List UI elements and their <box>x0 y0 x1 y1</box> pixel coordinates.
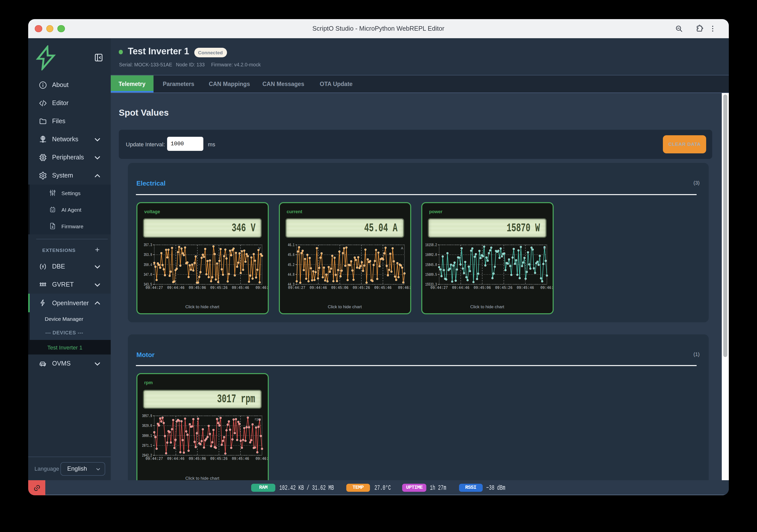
svg-text:15689.5: 15689.5 <box>425 272 437 277</box>
svg-text:09:44:46: 09:44:46 <box>452 285 469 290</box>
svg-text:09:44:46: 09:44:46 <box>167 456 184 461</box>
svg-text:2971.1: 2971.1 <box>142 443 152 448</box>
svg-text:347.0: 347.0 <box>143 272 152 277</box>
svg-text:09:44:27: 09:44:27 <box>145 285 163 290</box>
svg-text:09:45:46: 09:45:46 <box>374 285 391 290</box>
svg-text:3000.1: 3000.1 <box>142 434 152 438</box>
svg-text:09:45:06: 09:45:06 <box>189 285 206 290</box>
svg-text:09:46:: 09:46: <box>255 456 268 461</box>
svg-text:rpm: rpm <box>254 417 260 422</box>
svg-text:09:46:: 09:46: <box>540 285 553 290</box>
svg-text:09:44:27: 09:44:27 <box>288 285 305 290</box>
svg-text:45.6: 45.6 <box>288 252 294 257</box>
svg-text:V: V <box>258 246 260 251</box>
svg-text:09:45:46: 09:45:46 <box>231 285 249 290</box>
svg-text:45.2: 45.2 <box>288 263 294 267</box>
svg-text:44.8: 44.8 <box>288 272 294 277</box>
svg-text:09:45:46: 09:45:46 <box>231 456 249 461</box>
svg-text:09:45:06: 09:45:06 <box>331 285 348 290</box>
svg-text:09:44:46: 09:44:46 <box>167 285 184 290</box>
svg-text:09:45:06: 09:45:06 <box>473 285 491 290</box>
svg-text:09:44:46: 09:44:46 <box>309 285 327 290</box>
svg-text:357.3: 357.3 <box>143 243 152 247</box>
svg-text:350.4: 350.4 <box>143 263 152 267</box>
svg-text:09:45:26: 09:45:26 <box>495 285 512 290</box>
svg-text:09:46:: 09:46: <box>255 285 268 290</box>
svg-text:09:45:26: 09:45:26 <box>352 285 370 290</box>
svg-text:09:44:27: 09:44:27 <box>430 285 448 290</box>
svg-text:W: W <box>543 246 545 251</box>
svg-text:09:45:46: 09:45:46 <box>516 285 534 290</box>
svg-text:16002.0: 16002.0 <box>425 252 437 257</box>
svg-text:09:44:27: 09:44:27 <box>145 456 163 461</box>
svg-text:46.1: 46.1 <box>288 243 294 247</box>
svg-text:3057.9: 3057.9 <box>142 414 152 419</box>
svg-text:3029.0: 3029.0 <box>142 424 152 429</box>
svg-text:16158.2: 16158.2 <box>425 243 437 247</box>
svg-text:15845.8: 15845.8 <box>425 263 437 267</box>
svg-text:09:46:: 09:46: <box>398 285 411 290</box>
svg-text:09:45:26: 09:45:26 <box>210 285 227 290</box>
svg-text:A: A <box>401 246 403 251</box>
svg-text:09:45:06: 09:45:06 <box>189 456 206 461</box>
svg-text:353.9: 353.9 <box>143 252 152 257</box>
svg-text:09:45:26: 09:45:26 <box>210 456 227 461</box>
